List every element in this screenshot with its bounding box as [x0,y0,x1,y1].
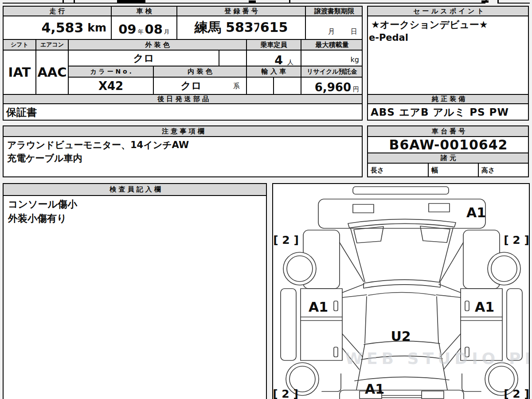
notes-content: アラウンドビューモニター、14インチAW 充電ケーブル車内 [3,136,363,177]
chassis-number: B6AW-0010642 [367,136,529,153]
rear-quarter-lines [322,374,481,391]
specs-header: 諸 元 [367,153,529,163]
aircon-value: AAC [35,50,68,94]
truncated-row-divider [497,0,499,3]
chassis-panel: 車 台 番 号 B6AW-0010642 諸 元 長さ 幅 高さ [367,125,529,177]
rocker-left [281,289,296,360]
later-parts-value: 保証書 [3,103,363,121]
notes-line: アラウンドビューモニター、14インチAW [7,139,189,151]
watermark-text: WEB STUDIO.PRO [345,349,530,368]
mileage-header: 走 行 [3,6,111,16]
capacity-header: 乗車定員 [246,39,301,50]
width-cell: 幅 [428,163,478,177]
door-handle [334,347,338,357]
truncated-row-line [497,3,530,4]
interior-color-header: 内 装 色 [153,66,246,77]
inspection-value-cell: 09 年 08 月 [111,16,176,39]
shift-header: シフト [3,39,35,50]
damage-mark-roof: U2 [391,329,411,344]
truncated-row-divider [63,0,64,3]
inspector-line: コンソール傷小 [8,198,77,211]
transfer-deadline-header: 譲渡書類期限 [305,6,363,16]
mileage-value: 4,583 [41,20,83,35]
interior-color-suffix: 系 [233,82,240,90]
empty-cell [219,50,246,66]
recycle-fee-unit: 円 [353,86,359,94]
truncated-row-line [3,3,485,4]
exterior-color-value: クロ [68,50,219,66]
max-load-unit: kg [351,55,359,64]
damage-mark-right-door: A1 [475,299,494,315]
capacity-value-cell: 4 人 [246,50,301,66]
registration-header: 登 録 番 号 [176,6,305,16]
inspector-content: コンソール傷小 外装小傷有り [3,195,267,399]
sales-points-content: ★オークションデビュー★ e-Pedal [367,16,529,94]
rear-bumper-step [382,395,422,398]
hood-arc [364,280,440,288]
height-cell: 高さ [478,163,529,177]
sales-points-header: セ ー ル ス ポ イ ン ト [367,6,529,16]
damage-mark-left-door: A1 [309,299,328,315]
empty-cell [273,77,301,94]
mileage-unit: km [87,21,106,34]
mileage-value-cell: 4,583 km [3,16,111,39]
wheel-front-left-inner [287,256,313,282]
recycle-fee-cell: 6,960 円 [301,77,363,94]
inspection-year: 09 [118,22,136,37]
windshield-sides [351,228,453,282]
interior-color-value: クロ [154,78,228,94]
sales-point-line: e-Pedal [369,32,408,43]
a-pillar-lines [342,284,461,297]
max-load-header: 最大積載量 [301,39,363,50]
damage-mark-rear: A1 [365,381,384,397]
interior-color-cell: クロ 系 [153,77,246,94]
cowl-band [348,219,456,228]
inspection-month: 08 [145,22,163,37]
front-lamp-left [353,204,374,213]
damage-mark-front: A1 [466,205,486,220]
wheels [283,252,520,395]
notes-panel: 注 意 事 項 欄 アラウンドビューモニター、14インチAW 充電ケーブル車内 [3,125,363,177]
truncated-text-fragment [249,0,256,3]
inspection-header: 車 検 [111,6,176,16]
notes-line: 充電ケーブル車内 [7,152,82,164]
transfer-deadline-cell: 月 日 [305,16,363,39]
truncated-text-fragment [481,0,489,3]
equipment-value: ABS エアB アルミ PS PW [367,103,529,121]
inspector-line: 外装小傷有り [8,212,67,225]
notes-header: 注 意 事 項 欄 [3,125,363,136]
length-cell: 長さ [367,163,428,177]
inspection-month-unit: 月 [164,28,170,36]
wheel-front-right-inner [491,256,517,282]
inspector-header: 検 査 員 記 入 欄 [3,183,267,195]
capacity-value: 4 [274,53,283,66]
tire-mark-rear-left: [ 2 ] [273,387,298,399]
tire-mark-front-left: [ 2 ] [273,234,299,246]
recycle-header: リサイクル預託金 [301,66,363,77]
import-car-header: 輸 入 車 [246,66,301,77]
max-load-value-cell: kg [301,50,363,66]
later-parts-header: 後 日 発 送 部 品 [3,94,363,103]
car-diagram-panel: WEB STUDIO.PRO A1 [ 2 ] [ 2 ] A1 A1 U2 A… [272,183,530,399]
empty-cell [246,77,273,94]
chassis-header: 車 台 番 号 [367,125,529,136]
equipment-header: 純 正 装 備 [367,94,529,103]
tire-mark-rear-right: [ 2 ] [504,387,529,399]
shift-value: IAT [3,50,35,94]
inspection-year-unit: 年 [138,28,144,36]
sales-points-panel: セ ー ル ス ポ イ ン ト ★オークションデビュー★ e-Pedal 純 正… [367,6,529,121]
tire-mark-front-right: [ 2 ] [504,234,529,246]
front-bumper-strip [353,187,449,194]
rear-lamp-right [422,391,444,399]
sales-point-line: ★オークションデビュー★ [369,18,488,31]
color-no-value: X42 [68,77,153,94]
color-no-header: カ ラ ー N o . [68,66,153,77]
vehicle-data-table: 走 行 車 検 登 録 番 号 譲渡書類期限 4,583 km 09 年 08 … [3,6,363,121]
door-handle [334,301,338,311]
truncated-row-divider [74,0,75,3]
front-lamp-right [429,203,450,212]
door-handle [465,301,469,311]
deadline-day-label: 日 [351,27,357,36]
registration-value: 練馬 583ﾌ615 [176,16,305,39]
aircon-header: エアコン [35,39,68,50]
